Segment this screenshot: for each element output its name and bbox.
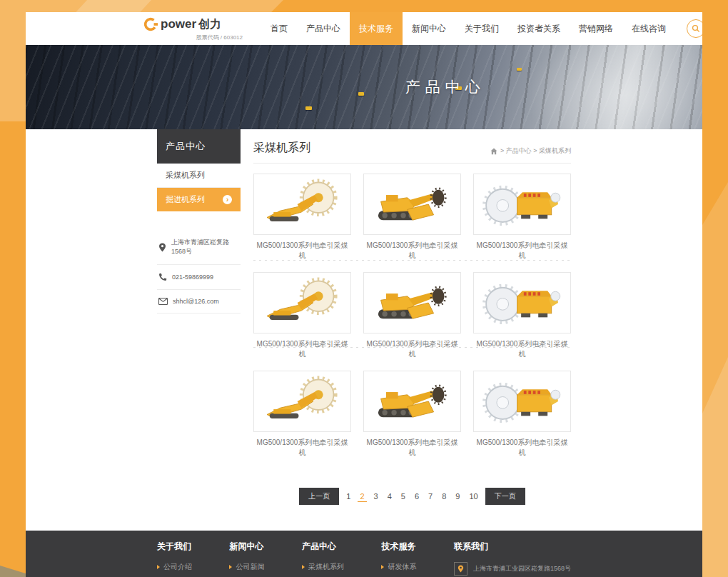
stock-code: 股票代码 / 603012 (143, 34, 243, 41)
product-label: MG500/1300系列电牵引采煤机 (473, 339, 571, 359)
site-footer: 关于我们 公司介绍 领导致辞 (26, 531, 702, 577)
machine-shearer-icon (263, 178, 343, 231)
bullet-icon (302, 565, 305, 569)
page-number[interactable]: 1 (344, 491, 353, 501)
sidebar-menu-label: 采煤机系列 (166, 170, 205, 181)
product-card[interactable]: MG500/1300系列电牵引采煤机 (253, 272, 351, 371)
product-image (373, 178, 453, 231)
next-page-button[interactable]: 下一页 (485, 488, 525, 505)
product-label: MG500/1300系列电牵引采煤机 (473, 438, 571, 458)
product-card[interactable]: MG500/1300系列电牵引采煤机 (363, 272, 461, 371)
footer-address: 上海市青浦工业园区崧复路1568号 (454, 562, 571, 576)
bullet-icon (229, 565, 232, 569)
home-icon (490, 148, 497, 155)
product-label: MG500/1300系列电牵引采煤机 (363, 339, 461, 359)
product-card[interactable]: MG500/1300系列电牵引采煤机 (473, 174, 571, 272)
prev-page-button[interactable]: 上一页 (299, 488, 339, 505)
nav-item[interactable]: 投资者关系 (508, 12, 570, 45)
sidebar-address: 上海市青浦区崧复路1568号 (157, 230, 241, 265)
footer-col-products: 产品中心 采煤机系列 掘进机系列 (302, 541, 344, 577)
brand-name: power (161, 18, 196, 30)
product-grid: MG500/1300系列电牵引采煤机 (253, 174, 571, 469)
machine-roadheader-icon (373, 276, 453, 329)
nav-item[interactable]: 产品中心 (297, 12, 350, 45)
search-icon (692, 24, 700, 33)
footer-link[interactable]: 采煤机系列 (302, 562, 344, 572)
logo-icon (143, 16, 158, 32)
footer-col-tech: 技术服务 研发体系 荣誉资质 (381, 541, 416, 577)
nav-item[interactable]: 首页 (261, 12, 297, 45)
truck-icon (305, 106, 312, 110)
hero-banner: 产品中心 (26, 45, 702, 129)
product-label: MG500/1300系列电牵引采煤机 (363, 241, 461, 261)
content-header: 采煤机系列 > 产品中心 > 采煤机系列 (253, 129, 571, 164)
nav-item[interactable]: 新闻中心 (403, 12, 455, 45)
product-card[interactable]: MG500/1300系列电牵引采煤机 (473, 371, 571, 469)
nav-item[interactable]: 技术服务 (350, 12, 403, 45)
location-pin-icon (457, 565, 464, 573)
arrow-right-icon: › (223, 195, 232, 204)
pagination: 上一页 1 2 3 4 5 6 (253, 488, 571, 505)
page-number[interactable]: 10 (467, 491, 480, 501)
sidebar-phone-text: 021-59869999 (172, 274, 213, 281)
nav-item[interactable]: 在线咨询 (622, 12, 675, 45)
product-label: MG500/1300系列电牵引采煤机 (473, 241, 571, 261)
main-section: 产品中心 采煤机系列 掘进机系列 › (26, 129, 702, 531)
sidebar-menu-item[interactable]: 掘进机系列 › (157, 188, 241, 211)
product-image (373, 375, 453, 428)
product-card[interactable]: MG500/1300系列电牵引采煤机 (473, 272, 571, 371)
nav-item[interactable]: 营销网络 (570, 12, 622, 45)
nav-item[interactable]: 关于我们 (455, 12, 508, 45)
bullet-icon (157, 565, 160, 569)
bullet-icon (381, 565, 384, 569)
page-number[interactable]: 5 (399, 491, 408, 501)
page-number[interactable]: 8 (440, 491, 448, 501)
truck-icon (517, 68, 522, 71)
page-number[interactable]: 2 (358, 491, 366, 502)
product-image (482, 276, 562, 329)
product-label: MG500/1300系列电牵引采煤机 (253, 241, 351, 261)
footer-col-about: 关于我们 公司介绍 领导致辞 (157, 541, 192, 577)
page-number[interactable]: 6 (413, 491, 421, 501)
footer-col-news: 新闻中心 公司新闻 产品动态 (229, 541, 264, 577)
product-image (482, 178, 562, 231)
footer-link[interactable]: 公司新闻 (229, 562, 264, 572)
page-number[interactable]: 7 (426, 491, 435, 501)
product-label: MG500/1300系列电牵引采煤机 (363, 438, 461, 458)
content-area: 采煤机系列 > 产品中心 > 采煤机系列 (253, 129, 571, 531)
machine-shearer-icon (263, 375, 343, 428)
machine-roadheader-icon (373, 375, 453, 428)
product-card[interactable]: MG500/1300系列电牵引采煤机 (253, 174, 351, 272)
brand-logo[interactable]: power 创力 股票代码 / 603012 (143, 16, 243, 41)
product-card[interactable]: MG500/1300系列电牵引采煤机 (363, 371, 461, 469)
product-card[interactable]: MG500/1300系列电牵引采煤机 (253, 371, 351, 469)
page-title: 采煤机系列 (253, 141, 310, 156)
page-number[interactable]: 4 (385, 491, 394, 501)
email-icon (158, 298, 168, 305)
sidebar-menu-item[interactable]: 采煤机系列 (157, 164, 241, 188)
footer-link[interactable]: 公司介绍 (157, 562, 192, 572)
footer-col-title: 技术服务 (381, 541, 416, 553)
page-number[interactable]: 9 (453, 491, 462, 501)
sidebar-contact: 上海市青浦区崧复路1568号 021-59869999 shhcl@1 (157, 230, 241, 313)
footer-col-title: 产品中心 (302, 541, 344, 553)
breadcrumb[interactable]: > 产品中心 > 采煤机系列 (490, 146, 571, 156)
footer-col-title: 关于我们 (157, 541, 192, 553)
page-number[interactable]: 3 (372, 491, 380, 501)
product-image (263, 178, 343, 231)
product-image (263, 375, 343, 428)
product-label: MG500/1300系列电牵引采煤机 (253, 438, 351, 458)
search-button[interactable] (687, 19, 705, 38)
product-image (373, 276, 453, 329)
main-nav: 首页 产品中心 技术服务 新闻中心 关于我们 投资者关系 营销网络 在线咨询 (261, 12, 675, 45)
product-card[interactable]: MG500/1300系列电牵引采煤机 (363, 174, 461, 272)
sidebar-menu: 采煤机系列 掘进机系列 › (157, 164, 241, 211)
page-numbers: 1 2 3 4 5 6 7 (344, 491, 480, 502)
site-page: power 创力 股票代码 / 603012 首页 产品中心 技术服务 新闻中心… (26, 12, 702, 577)
sidebar-email: shhcl@126.com (157, 290, 241, 313)
machine-gear-icon (482, 276, 562, 329)
footer-link[interactable]: 研发体系 (381, 562, 416, 572)
sidebar-email-text: shhcl@126.com (173, 298, 219, 305)
machine-gear-icon (482, 375, 562, 428)
product-label: MG500/1300系列电牵引采煤机 (253, 339, 351, 359)
